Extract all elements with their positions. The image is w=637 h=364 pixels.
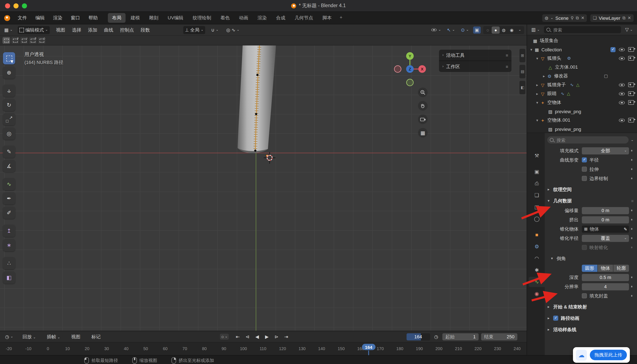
fill-caps-checkbox[interactable]	[582, 293, 587, 298]
workspace-tab-sculpt[interactable]: 雕刻	[145, 13, 163, 23]
region-tab[interactable]	[519, 49, 525, 62]
tool-annotate[interactable]	[3, 146, 15, 158]
panel-workspace[interactable]: 工作区	[439, 60, 511, 72]
outliner-row-scene-collection[interactable]: 场景集合	[527, 36, 637, 45]
tool-curve-pen[interactable]	[3, 192, 15, 204]
frame-start-field[interactable]: 起始1	[442, 333, 479, 340]
stretch-checkbox[interactable]	[582, 167, 587, 172]
tool-extrude-to-cursor[interactable]	[3, 272, 15, 284]
upload-widget[interactable]: 拖拽至此上传	[573, 347, 630, 363]
menu-help[interactable]: 帮助	[85, 14, 101, 22]
section-start-end-mapping[interactable]: 开始 & 结束映射	[546, 302, 634, 312]
viewport-canvas[interactable]: 用户透视 (164) NURBS 路径	[0, 46, 527, 331]
menu-edit[interactable]: 编辑	[32, 14, 48, 22]
gizmos-dropdown[interactable]	[445, 26, 457, 34]
expand-icon[interactable]	[535, 92, 540, 96]
outliner-row-cube-001[interactable]: 立方体.001	[527, 63, 637, 72]
menu-window[interactable]: 窗口	[67, 14, 83, 22]
drag-handle-icon[interactable]	[631, 198, 634, 203]
workspace-tab-modeling[interactable]: 建模	[126, 13, 144, 23]
tool-draw-curve[interactable]	[3, 178, 15, 190]
radius-checkbox[interactable]	[582, 158, 587, 162]
select-mode-set-button[interactable]	[3, 37, 10, 44]
select-mode-invert-button[interactable]	[29, 37, 37, 44]
camera-icon[interactable]	[628, 100, 634, 105]
workspace-tab-geometry-nodes[interactable]: 几何节点	[291, 13, 317, 23]
animate-dot[interactable]	[629, 238, 634, 239]
camera-icon[interactable]	[628, 56, 634, 60]
gizmo-negative-x[interactable]	[394, 66, 401, 72]
fill-mode-dropdown[interactable]: 全部	[582, 147, 629, 154]
taper-object-field[interactable]: 物体	[582, 225, 629, 232]
region-tab[interactable]	[519, 65, 525, 78]
section-bevel[interactable]: 倒角	[550, 253, 634, 264]
control-point[interactable]	[256, 74, 259, 76]
menu-add[interactable]: 添加	[85, 26, 100, 34]
transform-orientation-selector[interactable]: 全局	[183, 26, 205, 34]
outliner-row-fox-body[interactable]: 狐狸身子	[527, 80, 637, 89]
workspace-tab-texture-paint[interactable]: 纹理绘制	[188, 13, 216, 23]
bounds-clamp-checkbox[interactable]	[582, 176, 587, 181]
workspace-tab-rendering[interactable]: 渲染	[253, 13, 271, 23]
shading-dropdown[interactable]	[516, 26, 524, 34]
camera-icon[interactable]	[628, 118, 634, 122]
menu-file[interactable]: 文件	[14, 14, 30, 22]
play-reverse-button[interactable]	[253, 333, 261, 340]
animate-dot[interactable]	[629, 219, 634, 220]
playhead[interactable]: 164	[362, 344, 375, 350]
drag-handle-icon[interactable]	[506, 64, 508, 69]
tool-cursor[interactable]	[3, 66, 15, 79]
bevel-tab-profile[interactable]: 轮廓	[614, 264, 629, 272]
workspace-tab-animation[interactable]: 动画	[235, 13, 253, 23]
pin-icon[interactable]	[571, 16, 574, 20]
tool-tweak-select[interactable]	[3, 52, 15, 64]
toggle-perspective-button[interactable]	[418, 128, 428, 138]
animate-dot[interactable]	[629, 159, 634, 161]
tab-world[interactable]	[529, 214, 545, 224]
animate-dot[interactable]	[629, 150, 634, 152]
zoom-button[interactable]	[418, 88, 428, 97]
menu-playback[interactable]: 回放	[19, 332, 39, 341]
tab-view-layer[interactable]	[529, 190, 545, 200]
expand-icon[interactable]	[535, 118, 540, 122]
auto-keyframe-toggle[interactable]	[220, 334, 229, 340]
display-icon[interactable]	[604, 74, 608, 78]
play-button[interactable]	[263, 333, 271, 340]
outliner-display-mode-button[interactable]	[530, 26, 541, 33]
bevel-tab-round[interactable]: 圆形	[582, 264, 597, 272]
outliner-row-modifiers[interactable]: 修改器	[527, 72, 637, 80]
menu-keying[interactable]: 插帧	[43, 332, 64, 341]
outliner-row-fox-head[interactable]: 狐狸头	[527, 54, 637, 63]
shading-material-button[interactable]	[500, 26, 508, 34]
tab-modifiers[interactable]	[529, 242, 545, 252]
outliner-row-collection[interactable]: Collection	[527, 45, 637, 54]
menu-render[interactable]: 渲染	[50, 14, 66, 22]
camera-icon[interactable]	[628, 91, 634, 96]
next-keyframe-button[interactable]	[272, 333, 281, 340]
eye-icon[interactable]	[619, 118, 625, 122]
animate-dot[interactable]	[629, 228, 634, 230]
extrude-field[interactable]: 0 m	[582, 216, 629, 223]
eye-icon[interactable]	[619, 56, 625, 60]
tool-curve-pen-extra[interactable]	[3, 206, 15, 219]
pan-hand-button[interactable]	[418, 101, 428, 111]
menu-view[interactable]: 视图	[53, 26, 68, 34]
section-path-animation[interactable]: 路径动画	[546, 313, 634, 323]
tool-scale[interactable]	[3, 113, 15, 126]
drag-handle-icon[interactable]	[506, 53, 508, 58]
timeline-ruler[interactable]: 164 -20-10010203040506070809010011012013…	[0, 342, 527, 355]
bevel-tab-object[interactable]: 物体	[598, 264, 613, 272]
camera-view-button[interactable]	[418, 114, 428, 124]
region-tab[interactable]	[519, 81, 525, 94]
tool-move[interactable]	[3, 84, 15, 97]
menu-select[interactable]: 选择	[69, 26, 84, 34]
expand-icon[interactable]	[535, 100, 540, 104]
mode-selector[interactable]: 编辑模式	[18, 26, 50, 34]
snap-toggle[interactable]	[209, 26, 220, 34]
menu-segments[interactable]: 段数	[138, 26, 153, 34]
properties-search-input[interactable]	[556, 137, 626, 143]
tool-randomize[interactable]	[3, 257, 15, 269]
scene-selector[interactable]: Scene	[542, 14, 587, 22]
copy-scene-icon[interactable]	[576, 15, 579, 20]
eyedropper-icon[interactable]	[623, 227, 627, 231]
